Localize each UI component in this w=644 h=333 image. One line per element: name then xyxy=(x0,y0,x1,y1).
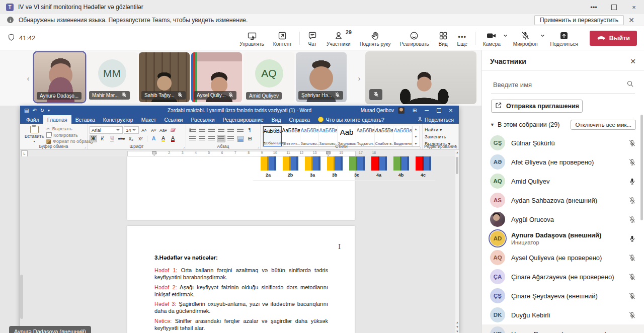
participant-row[interactable]: DKDuyğu Kəbirli xyxy=(482,305,644,324)
style-card[interactable]: АаБбВвГг¶Без инт... xyxy=(282,126,300,146)
toolbar-camera-button[interactable]: Камера xyxy=(478,24,505,52)
change-case-button[interactable]: Аа▾ xyxy=(159,126,168,134)
video-tile[interactable]: AQAmid Quliyev xyxy=(244,52,294,102)
style-card[interactable]: АаБбВвГгВыделение xyxy=(393,126,412,146)
word-vertical-scrollbar[interactable]: ▲ ▲ ▼ ▼ xyxy=(455,150,459,333)
section-collapse-icon[interactable]: ▼ xyxy=(490,122,495,127)
participant-row[interactable]: ADAynurə Dadaşova (внешний)Инициатор xyxy=(482,229,644,248)
panel-close-icon[interactable]: ✕ xyxy=(630,57,636,65)
participant-row[interactable]: Aygül Orucova xyxy=(482,210,644,229)
participant-search-input[interactable] xyxy=(492,80,626,89)
document-text[interactable]: 3.Hədəflər və nəticələr:Hədəf 1: Orta ba… xyxy=(154,254,328,333)
decrease-indent-button[interactable] xyxy=(217,126,225,134)
document-page-1[interactable]: 2a2b3a3b3c4a4b4c xyxy=(127,156,355,220)
align-right-button[interactable] xyxy=(207,135,216,142)
numbering-button[interactable] xyxy=(198,126,206,134)
word-tab-рассылки[interactable]: Рассылки xyxy=(187,115,218,124)
word-tab-главная[interactable]: Главная xyxy=(43,115,71,124)
align-left-button[interactable] xyxy=(188,135,197,142)
ribbon-display-options-icon[interactable]: ⊞ xyxy=(409,106,421,115)
collapse-ribbon-icon[interactable]: ∧ xyxy=(454,144,457,148)
style-card[interactable]: АаБбВвГПодзагол... xyxy=(356,126,375,146)
embedded-bar-chart[interactable]: 2a2b3a3b3c4a4b4c xyxy=(257,156,434,178)
italic-button[interactable]: К xyxy=(98,135,107,142)
participant-row[interactable]: ASAydan Sahbazova (внешний) xyxy=(482,191,644,210)
toolbar-share-button[interactable]: Поделиться xyxy=(546,24,583,52)
participant-row[interactable]: AQAmid Quliyev xyxy=(482,172,644,191)
underline-button[interactable]: Ч xyxy=(108,135,116,142)
leave-button[interactable]: Выйти xyxy=(590,31,637,46)
participant-row[interactable]: AQAysel Quliyeva (не проверено) xyxy=(482,248,644,267)
dialog-launcher-icon[interactable]: ⌟ xyxy=(183,145,185,149)
undo-icon[interactable]: ↶ xyxy=(32,108,36,113)
font-color-button[interactable]: А xyxy=(169,135,177,142)
subscript-button[interactable]: x₂ xyxy=(127,135,135,142)
mic-muted-icon[interactable] xyxy=(628,292,636,300)
video-tile[interactable]: Sahib Tağıy... xyxy=(139,52,190,102)
copy-button[interactable]: Копировать xyxy=(46,132,94,138)
video-tile[interactable]: Aynurə Dadaşo... xyxy=(34,52,85,102)
word-tab-ссылки[interactable]: Ссылки xyxy=(160,115,187,124)
word-tab-вид[interactable]: Вид xyxy=(268,115,285,124)
mic-muted-icon[interactable] xyxy=(628,254,636,262)
video-tile[interactable]: Şəhriyar Hə... xyxy=(296,52,347,102)
strip-scroll-left-icon[interactable]: ‹ xyxy=(24,70,32,86)
strikethrough-button[interactable]: abc xyxy=(117,135,126,142)
restore-window-icon[interactable] xyxy=(604,0,624,14)
participant-row[interactable]: HRHumay Rzayeva (не проверено)••• xyxy=(482,324,644,333)
dialog-launcher-icon[interactable]: ⌟ xyxy=(420,145,421,149)
scroll-down-icon[interactable]: ▼ xyxy=(455,325,459,328)
align-center-button[interactable] xyxy=(198,135,206,142)
shrink-font-button[interactable]: А˅ xyxy=(149,126,158,134)
bold-button[interactable]: Ж xyxy=(90,135,97,142)
show-marks-button[interactable]: ¶ xyxy=(246,126,254,134)
styles-scroll-arrows[interactable]: ▲▼▼ xyxy=(412,126,419,146)
redo-icon[interactable]: ↻ xyxy=(40,108,44,113)
word-tab-конструктор[interactable]: Конструктор xyxy=(99,115,137,124)
mic-muted-icon[interactable] xyxy=(628,158,636,166)
style-card[interactable]: АаБбВвГЗаголово... xyxy=(319,126,338,146)
replace-button[interactable]: Заменить xyxy=(425,134,456,139)
scroll-prev-page-icon[interactable]: ▲ xyxy=(455,321,459,324)
toolbar-view-button[interactable]: Вид xyxy=(434,24,453,52)
mute-all-button[interactable]: Отключить все мик... xyxy=(571,120,636,130)
justify-button[interactable] xyxy=(217,135,225,142)
font-name-select[interactable]: Arial xyxy=(90,126,123,134)
mic-muted-icon[interactable] xyxy=(628,273,636,281)
grow-font-button[interactable]: А˄ xyxy=(140,126,148,134)
highlight-color-button[interactable]: А xyxy=(159,135,168,142)
participant-row[interactable]: AƏAfət Əliyeva (не проверено) xyxy=(482,152,644,172)
strip-scroll-right-icon[interactable]: › xyxy=(355,70,363,86)
participant-row[interactable]: ÇŞÇinarə Şeydayeva (внешний) xyxy=(482,286,644,305)
participant-row[interactable]: ÇAÇinarə Ağarzayeva (не проверено) xyxy=(482,267,644,286)
scrollbar-thumb[interactable] xyxy=(456,157,458,174)
tell-me-box[interactable]: Что вы хотите сделать? xyxy=(314,115,388,124)
style-card[interactable]: АаБбВвГг¶Обычный xyxy=(263,126,282,146)
font-size-select[interactable]: 14 xyxy=(124,126,139,134)
cut-button[interactable]: ✂Вырезать xyxy=(46,126,94,131)
multilevel-list-button[interactable] xyxy=(207,126,216,134)
scroll-next-page-icon[interactable]: ▼ xyxy=(455,330,459,333)
word-tab-вставка[interactable]: Вставка xyxy=(71,115,99,124)
word-tab-файл[interactable]: Файл xyxy=(22,115,43,124)
word-close-icon[interactable]: ✕ xyxy=(445,106,457,115)
style-card[interactable]: АаБбВвЗаголово... xyxy=(300,126,319,146)
style-card[interactable]: AabЗаголовок xyxy=(338,126,356,146)
line-spacing-button[interactable] xyxy=(226,135,235,142)
document-page-2[interactable]: 3.Hədəflər və nəticələr:Hədəf 1: Orta ba… xyxy=(127,226,355,333)
mic-muted-icon[interactable] xyxy=(628,311,636,319)
mic-muted-icon[interactable] xyxy=(628,197,636,204)
mic-on-icon[interactable] xyxy=(628,235,636,242)
video-tile[interactable]: Aysel Quliy... xyxy=(191,52,242,102)
shading-button[interactable] xyxy=(236,135,245,142)
word-tab-рецензирование[interactable]: Рецензирование xyxy=(219,115,268,124)
style-card[interactable]: АаБбВвГгСлабое в... xyxy=(375,126,393,146)
clear-formatting-icon[interactable] xyxy=(169,126,177,134)
bullets-button[interactable] xyxy=(188,126,197,134)
text-effects-button[interactable]: А xyxy=(149,135,158,142)
mic-on-icon[interactable] xyxy=(628,178,636,185)
banner-close-icon[interactable]: ✕ xyxy=(624,16,639,24)
more-options-icon[interactable]: ••• xyxy=(627,330,636,333)
more-window-options-icon[interactable]: ••• xyxy=(584,0,604,14)
superscript-button[interactable]: x² xyxy=(136,135,145,142)
